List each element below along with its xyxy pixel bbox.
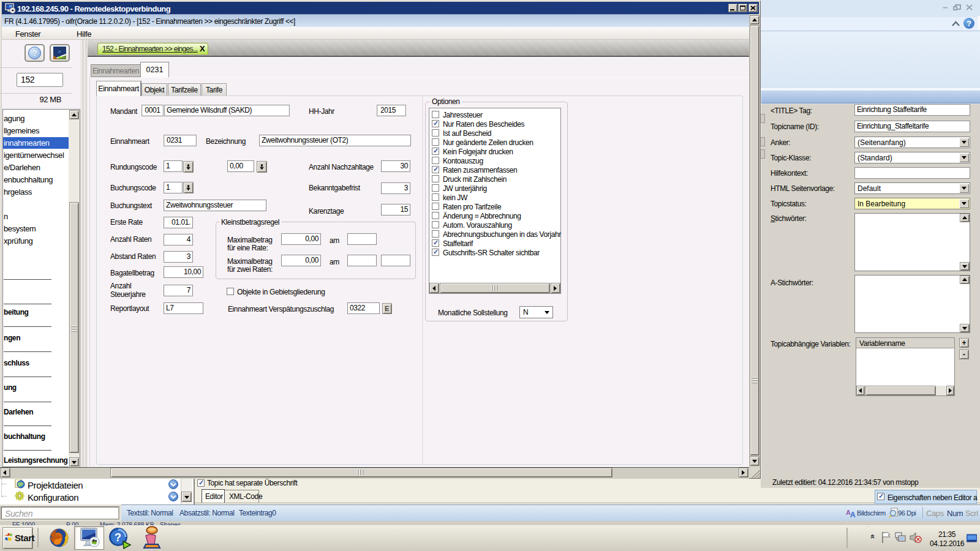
svg-text:?: ?	[115, 531, 121, 544]
svg-text:A: A	[850, 511, 856, 518]
